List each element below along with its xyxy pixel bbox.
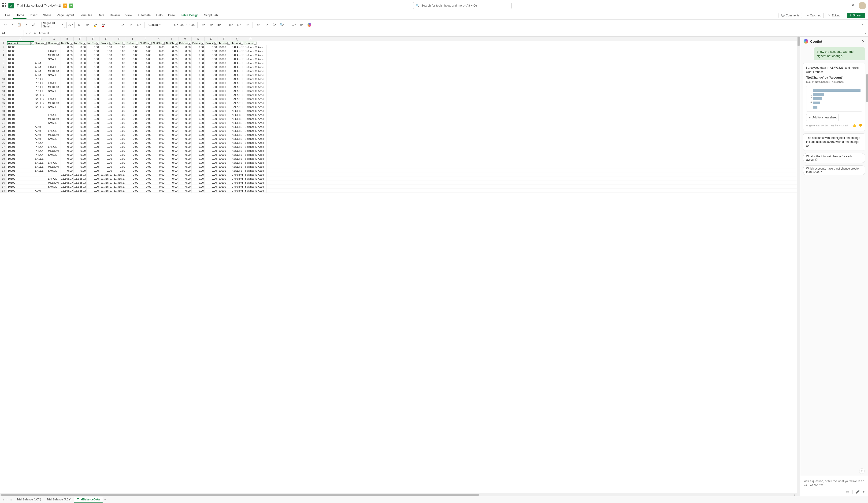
cell[interactable]: 0.00 [192, 81, 205, 85]
row-header[interactable]: 22 [0, 125, 7, 129]
cell[interactable]: 0.00 [100, 129, 113, 133]
column-header[interactable]: L [165, 37, 178, 41]
cell[interactable]: 0.00 [178, 73, 192, 77]
cell[interactable]: 0.00 [74, 105, 87, 109]
cell[interactable]: 0.00 [126, 85, 139, 89]
cell[interactable]: 0.00 [178, 109, 192, 113]
cell[interactable]: 0.00 [113, 97, 126, 101]
cell[interactable]: 0.00 [178, 169, 192, 173]
row-header[interactable]: 21 [0, 121, 7, 125]
cell[interactable]: 0.00 [139, 89, 152, 93]
cell[interactable]: 0.00 [205, 173, 218, 177]
cell[interactable]: Checking a [231, 189, 244, 192]
cell[interactable]: Asse [257, 125, 267, 129]
cell[interactable]: 10000 [218, 81, 231, 85]
cell[interactable]: 10000 [7, 85, 34, 89]
cell[interactable]: 0.00 [126, 89, 139, 93]
ribbon-tab-home[interactable]: Home [13, 12, 27, 19]
cell[interactable]: 0.00 [100, 169, 113, 173]
column-header[interactable]: K [152, 37, 165, 41]
cell[interactable]: 0.00 [205, 105, 218, 109]
cell[interactable]: SMALL [47, 73, 60, 77]
cell[interactable]: LARGE [47, 145, 60, 149]
cell[interactable]: 0.00 [152, 133, 165, 137]
filter-dropdown-icon[interactable]: ▾ [162, 42, 165, 44]
cell[interactable]: 0.00 [60, 81, 74, 85]
cell[interactable]: 0.00 [152, 97, 165, 101]
cell[interactable]: 0.00 [152, 65, 165, 69]
cell[interactable]: 0.00 [74, 61, 87, 65]
cell[interactable]: 0.00 [178, 53, 192, 57]
table-header-cell[interactable]: Balance▾ [178, 41, 192, 45]
table-row[interactable]: 510000SMALL0.000.000.000.000.000.000.000… [0, 57, 797, 61]
table-header-cell[interactable]: NetCha▾ [165, 41, 178, 45]
cell[interactable]: 0.00 [205, 133, 218, 137]
table-header-cell[interactable]: Balance▾ [113, 41, 126, 45]
cell[interactable]: 0.00 [87, 101, 100, 105]
cell[interactable]: 0.00 [192, 121, 205, 125]
cell[interactable]: 0.00 [139, 65, 152, 69]
cell[interactable] [34, 113, 47, 117]
table-row[interactable]: 610000ADM0.000.000.000.000.000.000.000.0… [0, 61, 797, 65]
filter-dropdown-icon[interactable]: ▾ [136, 42, 138, 44]
cell[interactable]: 0.00 [165, 49, 178, 53]
cell[interactable]: 0.00 [113, 49, 126, 53]
cell[interactable]: 0.00 [113, 89, 126, 93]
sheet-nav-next-icon[interactable]: › [6, 498, 8, 501]
table-row[interactable]: 2410001ADMMEDIUM0.000.000.000.000.000.00… [0, 133, 797, 137]
cell[interactable]: 0.00 [178, 101, 192, 105]
cell[interactable]: 0.00 [165, 61, 178, 65]
cell[interactable]: 0.00 [113, 53, 126, 57]
ribbon-tab-draw[interactable]: Draw [166, 12, 177, 19]
cell[interactable]: 0.00 [152, 185, 165, 189]
sheet-tab[interactable]: Trial Balance (ACY) [44, 497, 74, 503]
copilot-chart[interactable]: Account [806, 86, 862, 112]
filter-dropdown-icon[interactable]: ▾ [201, 42, 204, 44]
cell[interactable]: 0.00 [100, 145, 113, 149]
cell[interactable] [47, 141, 60, 145]
cell[interactable]: 0.00 [126, 177, 139, 181]
cell[interactable]: Asse [257, 133, 267, 137]
cell[interactable]: 0.00 [178, 57, 192, 61]
cell[interactable]: 0.00 [205, 129, 218, 133]
cell[interactable]: BALANCE S [231, 49, 244, 53]
cell[interactable]: 0.00 [126, 97, 139, 101]
cell[interactable]: 0.00 [100, 45, 113, 49]
cell[interactable]: 0.00 [60, 85, 74, 89]
cell[interactable]: Balance Sh [244, 137, 257, 141]
ribbon-tab-automate[interactable]: Automate [135, 12, 153, 19]
more-font-button[interactable]: ⋯ [108, 22, 115, 28]
table-row[interactable]: 1610000SALESMEDIUM0.000.000.000.000.000.… [0, 101, 797, 105]
table-header-cell[interactable]: Balance▾ [100, 41, 113, 45]
cell[interactable]: 0.00 [126, 93, 139, 97]
cell[interactable]: 0.00 [192, 93, 205, 97]
row-header[interactable]: 2 [0, 45, 7, 49]
cell[interactable]: LARGE [47, 177, 60, 181]
cell[interactable]: 0.00 [74, 69, 87, 73]
cell[interactable]: 0.00 [113, 129, 126, 133]
cell[interactable]: 0.00 [87, 49, 100, 53]
cell[interactable]: 10000 [7, 57, 34, 61]
cell[interactable]: 0.00 [139, 121, 152, 125]
cell[interactable]: 0.00 [178, 173, 192, 177]
cell[interactable]: 0.00 [152, 93, 165, 97]
cell[interactable]: 0.00 [192, 85, 205, 89]
filter-dropdown-icon[interactable]: ▾ [57, 42, 60, 44]
cell[interactable]: 0.00 [126, 69, 139, 73]
cell[interactable]: 0.00 [192, 45, 205, 49]
cell[interactable]: 0.00 [126, 133, 139, 137]
cell[interactable]: 0.00 [87, 145, 100, 149]
cell[interactable]: 0.00 [126, 157, 139, 161]
row-header[interactable]: 12 [0, 85, 7, 89]
cell[interactable]: Balance Sh [244, 77, 257, 81]
cell[interactable]: 10100 [7, 189, 34, 192]
cell[interactable]: Asse [257, 105, 267, 109]
cell[interactable]: 10001 [218, 141, 231, 145]
table-row[interactable]: 1310000PRODSMALL0.000.000.000.000.000.00… [0, 89, 797, 93]
cell[interactable]: 0.00 [74, 117, 87, 121]
cell[interactable]: 0.00 [74, 165, 87, 169]
row-header[interactable]: 10 [0, 77, 7, 81]
column-header[interactable]: P [218, 37, 231, 41]
table-row[interactable]: 2910001PRODSMALL0.000.000.000.000.000.00… [0, 153, 797, 157]
cell[interactable]: 0.00 [178, 185, 192, 189]
